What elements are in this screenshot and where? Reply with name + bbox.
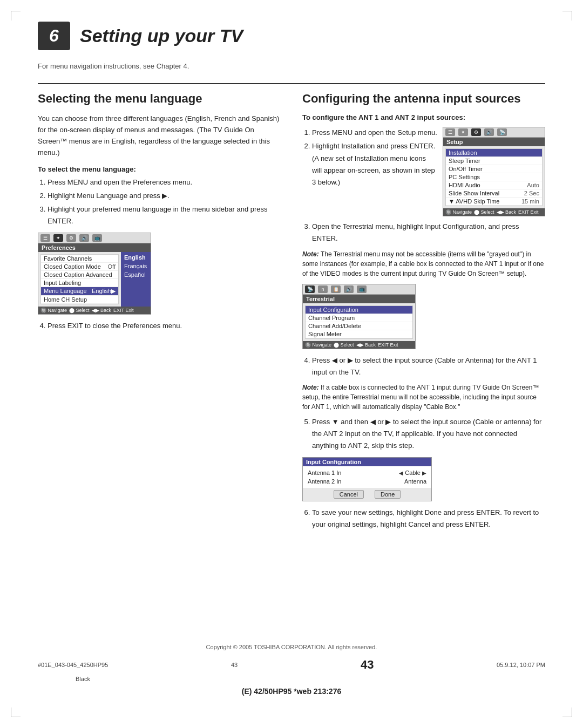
menu-row: Favorite Channels <box>41 255 118 263</box>
preferences-menu-screenshot: ☰ ✦ ⚙ 🔊 📺 Preferences Favorite Channels <box>38 233 151 315</box>
setup-menu-rows: Installation Sleep Timer On/Off Timer PC… <box>445 148 543 206</box>
list-item: Highlight your preferred menu language i… <box>48 203 281 227</box>
arrow-right-icon: ▶ <box>422 470 426 476</box>
terr-icon-2: n <box>318 285 328 293</box>
setup-nav-bar: 🔘 Navigate ⬤ Select ◀▶ Back EXIT Exit <box>443 208 545 216</box>
note-step4: Note: If a cable box is connected to the… <box>302 383 545 412</box>
menu-row: Closed Caption Advanced <box>41 271 118 279</box>
footer-right-info: 05.9.12, 10:07 PM <box>497 662 545 668</box>
sidebar-french: Français <box>122 262 150 270</box>
setup-row: On/Off Timer <box>446 165 542 173</box>
setup-icon-2: ✦ <box>458 128 468 136</box>
done-button[interactable]: Done <box>375 490 401 499</box>
terrestrial-menu-screenshot: 📡 n 📋 🔊 📺 Terrestrial Input Configuratio… <box>302 284 416 349</box>
input-config-title: Input Configuration <box>303 458 431 466</box>
menu-row: Closed Caption Mode Off <box>41 263 118 271</box>
list-item: To save your new settings, highlight Don… <box>312 507 545 530</box>
page-footer: Copyright © 2005 TOSHIBA CORPORATION. Al… <box>0 644 583 696</box>
content-area: 6 Setting up your TV For menu navigation… <box>0 0 583 554</box>
chapter-header: 6 Setting up your TV <box>38 22 545 50</box>
terr-icon-1: 📡 <box>305 285 315 293</box>
terr-icon-3: 📋 <box>331 285 341 293</box>
list-item: Press EXIT to close the Preferences menu… <box>48 320 281 332</box>
setup-row: Sleep Timer <box>446 157 542 165</box>
setup-row: PC Settings <box>446 173 542 181</box>
setup-icon-5: 📡 <box>497 128 507 136</box>
menu-icon-5: 📺 <box>92 234 102 242</box>
right-section-heading: Configuring the antenna input sources <box>302 92 545 106</box>
right-step5: Press ▼ and then ◀ or ▶ to select the in… <box>312 416 545 452</box>
input-config-screenshot: Input Configuration Antenna 1 In ◀ Cable… <box>302 457 432 501</box>
footer-color-label: Black <box>38 676 128 682</box>
menu-icon-2: ✦ <box>53 234 63 242</box>
footer-product: (E) 42/50HP95 *web 213:276 <box>242 687 341 696</box>
right-column: Configuring the antenna input sources To… <box>302 92 545 532</box>
list-item: Open the Terrestrial menu, highlight Inp… <box>312 221 545 244</box>
setup-icons-bar: ☰ ✦ ⚙ 🔊 📡 <box>443 127 545 138</box>
two-column-layout: Selecting the menu language You can choo… <box>38 92 545 532</box>
corner-mark-tr <box>562 11 572 21</box>
footer-left-info: #01E_043-045_4250HP95 <box>38 662 108 668</box>
terrestrial-menu-title: Terrestrial <box>303 295 415 303</box>
left-steps-list: Press MENU and open the Preferences menu… <box>48 176 281 227</box>
terrestrial-row: Channel Add/Delete <box>306 322 412 330</box>
input-config-row-ant1: Antenna 1 In ◀ Cable ▶ <box>305 468 429 477</box>
right-step4: Press ◀ or ▶ to select the input source … <box>312 355 545 378</box>
list-item: Highlight Installation and press ENTER. … <box>312 140 437 188</box>
menu-rows: Favorite Channels Closed Caption Mode Of… <box>40 254 119 304</box>
terrestrial-menu-rows: Input Configuration Channel Program Chan… <box>305 305 413 339</box>
sidebar-spanish: Español <box>122 270 150 279</box>
menu-icon-1: ☰ <box>40 234 50 242</box>
list-item: Press ◀ or ▶ to select the input source … <box>312 355 545 378</box>
terr-icon-4: 🔊 <box>344 285 354 293</box>
setup-menu-title: Setup <box>443 138 545 146</box>
language-sidebar: English Français Español <box>121 252 151 307</box>
terrestrial-row: Signal Meter <box>306 330 412 338</box>
setup-icon-1: ☰ <box>445 128 455 136</box>
menu-row: Home CH Setup <box>41 296 118 304</box>
menu-icon-4: 🔊 <box>79 234 89 242</box>
footer-page-center: 43 <box>231 662 238 668</box>
corner-mark-tl <box>11 11 21 21</box>
setup-menu-screenshot: ☰ ✦ ⚙ 🔊 📡 Setup Installation Sleep Timer <box>443 127 545 216</box>
menu-nav-bar: 🔘 Navigate ⬤ Select ◀▶ Back EXIT Exit <box>38 307 151 314</box>
left-section-heading: Selecting the menu language <box>38 92 281 106</box>
setup-row: Slide Show Interval 2 Sec <box>446 189 542 198</box>
setup-icon-4: 🔊 <box>484 128 494 136</box>
list-item: Press ▼ and then ◀ or ▶ to select the in… <box>312 416 545 452</box>
list-item: Press MENU and open the Preferences menu… <box>48 176 281 188</box>
terrestrial-icons-bar: 📡 n 📋 🔊 📺 <box>303 284 415 295</box>
chapter-nav-note: For menu navigation instructions, see Ch… <box>38 62 545 70</box>
menu-content: Favorite Channels Closed Caption Mode Of… <box>38 252 151 307</box>
menu-icon-3: ⚙ <box>66 234 76 242</box>
steps-1-2-area: Press MENU and open the Setup menu. High… <box>302 127 545 216</box>
menu-icons-bar: ☰ ✦ ⚙ 🔊 📺 <box>38 233 151 243</box>
right-bold-label: To configure the ANT 1 and ANT 2 input s… <box>302 113 545 121</box>
menu-row: Input Labeling <box>41 279 118 287</box>
arrow-left-icon: ◀ <box>399 470 403 476</box>
terrestrial-row-input-config: Input Configuration <box>306 306 412 314</box>
sidebar-english: English <box>122 253 150 262</box>
left-column: Selecting the menu language You can choo… <box>38 92 281 334</box>
input-config-row-ant2: Antenna 2 In Antenna <box>305 477 429 486</box>
setup-row: HDMI Audio Auto <box>446 181 542 189</box>
setup-icon-3: ⚙ <box>471 128 481 136</box>
terr-icon-5: 📺 <box>357 285 367 293</box>
cancel-button[interactable]: Cancel <box>334 490 364 499</box>
menu-row-highlighted: Menu Language English▶ <box>41 287 118 296</box>
corner-mark-bl <box>11 707 21 717</box>
terrestrial-row: Channel Program <box>306 314 412 322</box>
chapter-number: 6 <box>38 22 70 50</box>
chapter-title: Setting up your TV <box>80 25 243 46</box>
preferences-menu-title: Preferences <box>38 243 151 252</box>
setup-row: ▼ AVHD Skip Time 15 min <box>446 198 542 206</box>
note-step3: Note: The Terrestrial menu may not be ac… <box>302 249 545 278</box>
top-divider <box>38 83 545 84</box>
left-body-text: You can choose from three different lang… <box>38 113 281 158</box>
corner-mark-br <box>562 707 572 717</box>
input-config-rows: Antenna 1 In ◀ Cable ▶ Antenna 2 In Ante… <box>303 466 431 488</box>
right-step3: Open the Terrestrial menu, highlight Inp… <box>312 221 545 244</box>
footer-bottom: #01E_043-045_4250HP95 43 43 05.9.12, 10:… <box>0 658 583 672</box>
right-steps-list: Press MENU and open the Setup menu. High… <box>312 127 437 188</box>
terrestrial-nav-bar: 🔘 Navigate ⬤ Select ◀▶ Back EXIT Exit <box>303 341 415 349</box>
